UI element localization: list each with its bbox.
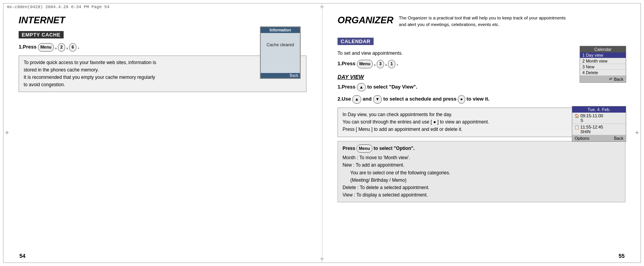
organizer-title-row: ORGANIZER The Organizer is a practical t… [338, 15, 625, 34]
calendar-menu-item-3: 3 New [580, 64, 626, 70]
day-down-icon: ▼ [373, 95, 382, 104]
day-and-text: and [363, 96, 373, 102]
day-step2-label: 2.Use [338, 96, 352, 102]
organizer-title: ORGANIZER [338, 15, 393, 26]
day-item2-label: SHIN [580, 129, 603, 134]
key-menu: Menu [38, 43, 54, 52]
left-page: INTERNET EMPTY CACHE 1.Press Menu , 2 , … [3, 3, 322, 263]
calendar-menu-item-1: 1 Day view [580, 52, 626, 58]
day-view-box: Tue. 4. Feb. 🏠 09:15-11:00 S 📋 11:55-12:… [572, 106, 626, 142]
note-box: Press Menu to select "Option". Month : T… [338, 141, 625, 203]
calendar-menu-footer: ↵ Back [580, 76, 626, 82]
right-page: ORGANIZER The Organizer is a practical t… [322, 3, 641, 263]
note-line6: View : To display a selected appointment… [343, 191, 620, 199]
note-line3: You are to select one of the following c… [343, 169, 620, 177]
calendar-menu-item-4: 4 Delete [580, 70, 626, 76]
day-view-item-1: 🏠 09:15-11:00 S [572, 113, 626, 124]
note-line1: Month : To move to 'Month view'. [343, 154, 620, 162]
empty-cache-heading: EMPTY CACHE [19, 31, 64, 38]
phone-screen-content: Cache cleared [261, 33, 300, 49]
cache-cleared-text: Cache cleared [263, 42, 298, 47]
day-view-footer: Options Back [572, 135, 626, 141]
note-line4: (Meeting/ Birthday / Memo) [343, 177, 620, 184]
note-line2: New : To add an appointment. [343, 162, 620, 169]
cal-key-3: 3 [377, 60, 384, 68]
key-2: 2 [58, 43, 65, 52]
page-number-right: 55 [618, 253, 625, 259]
day-step2-action: to select a schedule and press [383, 96, 458, 102]
note-line5: Delete : To delete a selected appointmen… [343, 184, 620, 191]
day-item2-content: 11:55-12:45 SHIN [580, 125, 603, 134]
day-view-item-2: 📋 11:55-12:45 SHIN [572, 124, 626, 135]
day-step1-action: to select "Day View". [367, 84, 417, 90]
key-6: 6 [69, 43, 76, 52]
day-item2-time: 11:55-12:45 [580, 125, 603, 129]
phone-screenshot: Information Cache cleared Back [260, 26, 301, 79]
day-select-icon: ● [458, 95, 465, 104]
cache-info-line4: to avoid congestion. [24, 81, 301, 89]
note-title: Press Menu to select "Option". [343, 144, 620, 153]
cal-key-menu: Menu [357, 60, 373, 68]
phone-screen-footer: Back [261, 73, 300, 78]
day-step1-label: 1.Press [338, 84, 357, 90]
calendar-menu-item-2: 2 Month view [580, 58, 626, 64]
day-nav-icon: ▲ [357, 83, 366, 92]
day-view-back: Back [614, 136, 623, 141]
day-step2-end: to view it. [467, 96, 490, 102]
organizer-desc: The Organizer is a practical tool that w… [399, 15, 573, 28]
internet-title: INTERNET [19, 15, 306, 26]
page-number-left: 54 [19, 253, 26, 259]
day-item1-icon: 🏠 [575, 114, 579, 118]
step1-label: 1.Press [19, 44, 36, 50]
calendar-footer-back: Back [614, 77, 623, 82]
calendar-menu-header: Calendar [580, 46, 626, 52]
day-view-options: Options [575, 136, 589, 141]
day-item1-time: 09:15-11:00 [580, 113, 603, 118]
calendar-heading: CALENDAR [338, 38, 374, 45]
calendar-menu-box: Calendar 1 Day view 2 Month view 3 New 4… [580, 46, 626, 83]
day-step2: 2.Use ▲ and ▼ to select a schedule and p… [338, 95, 625, 104]
day-item1-label: S [580, 118, 603, 123]
calendar-footer-arrow: ↵ [609, 76, 613, 82]
day-step1: 1.Press ▲ to select "Day View". [338, 83, 625, 92]
day-up-icon: ▲ [352, 95, 361, 104]
phone-screen-header: Information [261, 27, 300, 33]
note-menu-key: Menu [357, 144, 372, 153]
day-view-screen-header: Tue. 4. Feb. [572, 106, 626, 113]
cal-step1-label: 1.Press [338, 61, 355, 66]
cal-key-1: 1 [388, 60, 395, 68]
day-item2-icon: 📋 [575, 125, 579, 129]
day-item1-content: 09:15-11:00 S [580, 113, 603, 123]
